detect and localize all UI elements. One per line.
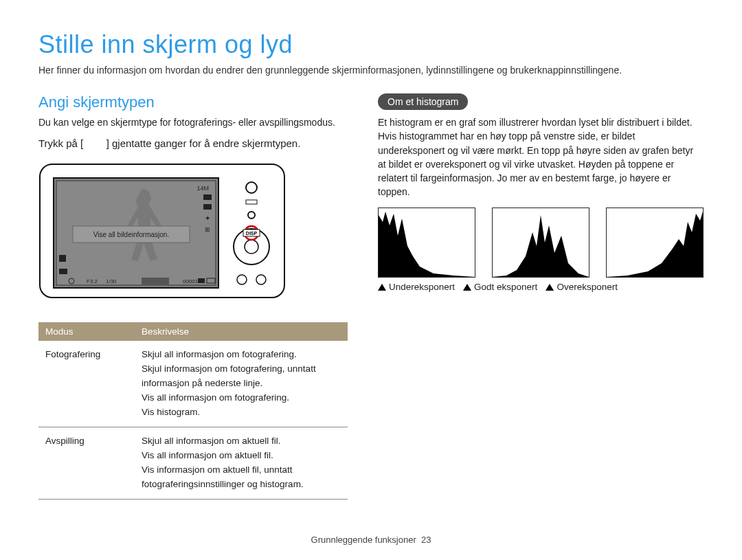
disp-key-placeholder: [86, 137, 103, 149]
svg-marker-27: [379, 212, 475, 277]
svg-rect-19: [246, 200, 257, 204]
histogram-well-exposed: [492, 208, 589, 278]
mode-cell: Avspilling: [38, 427, 135, 499]
table-row: Avspilling Skjul all informasjon om aktu…: [38, 427, 348, 499]
left-column: Angi skjermtypen Du kan velge en skjermt…: [38, 93, 348, 500]
col-header-mode: Modus: [38, 322, 135, 341]
histogram-underexposed: [378, 208, 475, 278]
page-footer: Grunnleggende funksjoner 23: [0, 535, 742, 545]
svg-rect-9: [59, 255, 66, 262]
camera-back-svg: Vise all bildeinformasjon. 14M ✦ ⊞: [38, 159, 286, 303]
label-well-exposed: Godt eksponert: [463, 282, 537, 292]
instr-post: ] gjentatte ganger for å endre skjermtyp…: [106, 137, 301, 149]
svg-rect-5: [203, 194, 212, 200]
table-row: Fotografering Skjul all informasjon om f…: [38, 341, 348, 427]
display-type-intro: Du kan velge en skjermtype for fotografe…: [38, 115, 348, 129]
triangle-icon: [378, 284, 386, 291]
svg-point-22: [245, 240, 258, 254]
svg-text:00001: 00001: [183, 278, 199, 284]
svg-text:✦: ✦: [205, 214, 210, 222]
histogram-heading-pill: Om et histogram: [378, 93, 468, 110]
footer-section: Grunnleggende funksjoner: [311, 535, 416, 545]
footer-page-number: 23: [421, 535, 431, 545]
label-overexposed: Overeksponert: [546, 282, 618, 292]
svg-text:1/30: 1/30: [106, 278, 117, 284]
svg-point-18: [246, 182, 257, 193]
svg-rect-10: [59, 269, 67, 274]
page-title: Stille inn skjerm og lyd: [38, 30, 704, 59]
desc-cell: Skjul all informasjon om aktuell fil.Vis…: [135, 427, 348, 499]
svg-marker-28: [493, 215, 589, 277]
svg-text:⊞: ⊞: [205, 226, 210, 233]
histogram-overexposed: [606, 208, 704, 278]
svg-text:14M: 14M: [196, 185, 209, 192]
right-column: Om et histogram Et histogram er en graf …: [378, 93, 704, 500]
label-underexposed: Undereksponert: [378, 282, 455, 292]
svg-marker-29: [607, 212, 703, 277]
instr-pre: Trykk på [: [38, 137, 83, 149]
desc-cell: Skjul all informasjon om fotografering.S…: [135, 341, 348, 427]
svg-point-20: [248, 212, 255, 219]
triangle-icon: [463, 284, 471, 291]
svg-rect-6: [203, 204, 212, 210]
display-mode-table: Modus Beskrivelse Fotografering Skjul al…: [38, 322, 348, 499]
lead-text: Her finner du informasjon om hvordan du …: [38, 65, 704, 76]
mode-cell: Fotografering: [38, 341, 135, 427]
col-header-desc: Beskrivelse: [135, 322, 348, 341]
svg-rect-16: [198, 278, 205, 283]
section-heading-display-type: Angi skjermtypen: [38, 93, 348, 111]
svg-text:F3.2: F3.2: [87, 278, 98, 284]
disp-instruction: Trykk på [ ] gjentatte ganger for å endr…: [38, 137, 348, 149]
histogram-body: Et histogram er en graf som illustrerer …: [378, 115, 704, 199]
svg-point-25: [237, 275, 247, 284]
svg-point-26: [256, 275, 266, 284]
histogram-labels: Undereksponert Godt eksponert Overekspon…: [378, 282, 704, 292]
triangle-icon: [546, 284, 554, 291]
svg-rect-14: [142, 278, 169, 284]
histogram-examples: [378, 208, 704, 278]
camera-illustration: Vise all bildeinformasjon. 14M ✦ ⊞: [38, 159, 348, 306]
disp-button-label: DISP: [246, 231, 258, 236]
camera-tooltip-text: Vise all bildeinformasjon.: [93, 231, 169, 238]
